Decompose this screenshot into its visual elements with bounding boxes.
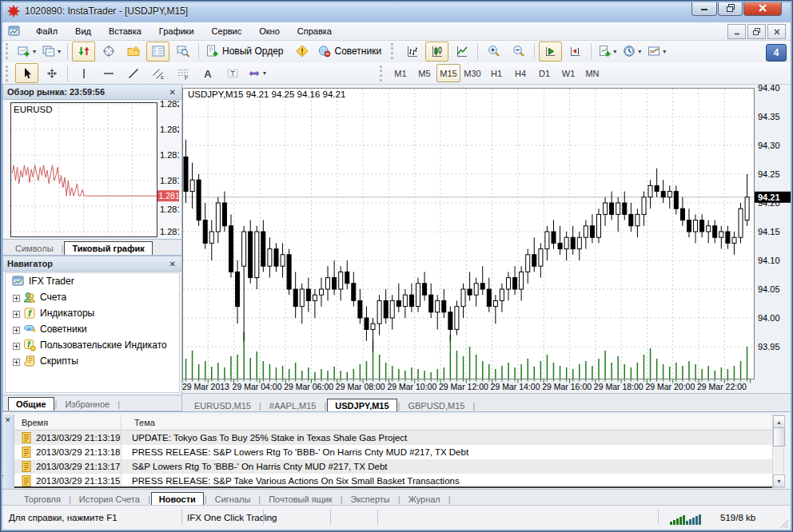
terminal-close-icon[interactable]: ✕ <box>5 416 11 424</box>
scroll-up-icon[interactable]: ▲ <box>773 415 785 428</box>
expand-plus-icon[interactable] <box>13 326 20 333</box>
expand-plus-icon[interactable] <box>13 310 20 317</box>
timeframe-mn-button[interactable]: MN <box>580 64 604 82</box>
news-row-2[interactable]: 2013/03/29 21:13:18PRESS RELEASE: S&P Lo… <box>14 445 772 459</box>
navigator-close-icon[interactable]: ✕ <box>168 260 177 268</box>
news-row-4[interactable]: 2013/03/29 21:13:15PRESS RELEASE: S&P Ta… <box>14 474 772 488</box>
dropdown-arrow-icon[interactable]: ▾ <box>58 48 61 55</box>
tree-item-4[interactable]: fПользовательские Индикато <box>6 337 179 353</box>
cursor-button[interactable] <box>15 63 38 83</box>
advisors-toggle-button[interactable]: Советники <box>316 42 388 62</box>
tree-item-5[interactable]: Скрипты <box>6 353 179 369</box>
chart-candles-button[interactable] <box>425 42 448 62</box>
mdi-close-button[interactable] <box>767 24 786 39</box>
arrows-button[interactable]: ▾ <box>245 63 269 83</box>
column-divider[interactable] <box>121 415 122 486</box>
timeframe-m1-button[interactable]: M1 <box>389 64 412 82</box>
close-button[interactable] <box>743 0 782 16</box>
dropdown-arrow-icon[interactable]: ▾ <box>33 48 36 55</box>
vertical-line-button[interactable] <box>72 63 95 83</box>
menu-item-5[interactable]: Сервис <box>203 24 251 38</box>
mw-tab-2[interactable]: Тиковый график <box>64 241 152 255</box>
menu-item-2[interactable]: Вид <box>66 24 100 38</box>
terminal-tab-6[interactable]: Эксперты <box>344 493 397 506</box>
strategy-tester-button[interactable] <box>171 42 194 62</box>
tree-item-root[interactable]: IFX Trader <box>6 273 179 289</box>
navigator-tab-2[interactable]: Избранное <box>58 398 117 411</box>
chart-tab-3[interactable]: USDJPY,M15 <box>327 399 396 412</box>
terminal-tab-1[interactable]: Торговля <box>17 493 68 506</box>
tree-item-3[interactable]: Советники <box>6 321 179 337</box>
new-order-button[interactable]: Новый Ордер <box>203 42 289 62</box>
resize-grip[interactable] <box>779 518 790 530</box>
chart-line-button[interactable] <box>450 42 473 62</box>
autoscroll-button[interactable] <box>539 42 562 62</box>
data-window-button[interactable] <box>97 42 120 62</box>
text-button[interactable]: A <box>196 63 219 83</box>
templates-button[interactable]: ▾ <box>645 42 668 62</box>
mdi-restore-button[interactable] <box>747 24 766 39</box>
menu-item-6[interactable]: Окно <box>250 24 289 38</box>
profiles-button[interactable]: ▾ <box>40 42 63 62</box>
zoom-out-button[interactable] <box>507 42 530 62</box>
market-watch-close-icon[interactable]: ✕ <box>168 88 177 97</box>
market-watch-button[interactable] <box>72 42 95 62</box>
dropdown-arrow-icon[interactable]: ▾ <box>638 48 641 55</box>
navigator-button[interactable] <box>122 42 145 62</box>
important-button[interactable] <box>291 42 314 62</box>
navigator-tab-1[interactable]: Общие <box>8 397 54 411</box>
mdi-minimize-button[interactable] <box>727 24 746 39</box>
terminal-tab-4[interactable]: Сигналы <box>208 493 258 506</box>
terminal-scrollbar[interactable]: ▲ ▼ <box>772 415 784 488</box>
tree-item-2[interactable]: fИндикаторы <box>6 305 179 321</box>
equidistant-channel-button[interactable]: E <box>146 63 169 83</box>
terminal-tab-7[interactable]: Журнал <box>401 493 448 506</box>
zoom-in-button[interactable] <box>482 42 505 62</box>
notifications-badge[interactable]: 4 <box>766 44 787 62</box>
scroll-down-icon[interactable]: ▼ <box>773 474 785 487</box>
terminal-button[interactable] <box>146 42 169 62</box>
expand-plus-icon[interactable] <box>13 342 20 349</box>
chart-shift-button[interactable] <box>564 42 587 62</box>
restore-button[interactable] <box>718 0 743 16</box>
crosshair-tool-button[interactable] <box>40 63 63 83</box>
expand-plus-icon[interactable] <box>13 294 20 301</box>
timeframe-m30-button[interactable]: M30 <box>460 64 484 82</box>
expand-plus-icon[interactable] <box>13 358 20 365</box>
minimize-button[interactable] <box>691 0 717 16</box>
terminal-tab-2[interactable]: История Счета <box>72 493 147 506</box>
menu-item-1[interactable]: Файл <box>27 24 66 38</box>
scrollbar-thumb[interactable] <box>773 427 785 447</box>
timeframe-m15-button[interactable]: M15 <box>436 64 460 82</box>
chart-tab-1[interactable]: EURUSD,M15 <box>187 399 258 412</box>
dropdown-arrow-icon[interactable]: ▾ <box>663 48 666 55</box>
chart-tab-2[interactable]: #AAPL,M15 <box>262 399 324 412</box>
periods-button[interactable]: ▾ <box>620 42 644 62</box>
chart-tab-4[interactable]: GBPUSD,M15 <box>400 399 472 412</box>
terminal-tab-3[interactable]: Новости <box>151 492 204 506</box>
mw-tab-1[interactable]: Символы <box>8 242 61 255</box>
timeframe-h1-button[interactable]: H1 <box>484 64 508 82</box>
menu-item-4[interactable]: Графики <box>150 24 203 38</box>
horizontal-line-button[interactable] <box>97 63 120 83</box>
chart-bars-button[interactable] <box>400 42 424 62</box>
news-row-1[interactable]: 2013/03/29 21:13:19UPDATE: Tokyo Gas To … <box>14 431 772 445</box>
terminal-tab-5[interactable]: Почтовый ящик <box>261 493 339 506</box>
trendline-button[interactable] <box>122 63 145 83</box>
tick-chart[interactable]: 1.28241.28211.28191.28171.28141.28121.28… <box>6 100 179 241</box>
dropdown-arrow-icon[interactable]: ▾ <box>613 48 616 55</box>
price-chart[interactable]: 94.4094.3594.3094.2594.2094.1594.1094.05… <box>182 84 793 393</box>
menu-item-3[interactable]: Вставка <box>100 24 150 38</box>
timeframe-d1-button[interactable]: D1 <box>532 64 556 82</box>
timeframe-m5-button[interactable]: M5 <box>412 64 436 82</box>
menu-item-7[interactable]: Справка <box>289 24 341 38</box>
timeframe-h4-button[interactable]: H4 <box>508 64 532 82</box>
fibonacci-button[interactable]: F <box>171 63 194 83</box>
dropdown-arrow-icon[interactable]: ▾ <box>263 69 266 77</box>
tree-item-1[interactable]: Счета <box>6 289 179 305</box>
news-row-3[interactable]: 2013/03/29 21:13:17S&P Lowers Rtg To 'BB… <box>14 459 772 474</box>
column-topic[interactable]: Тема <box>121 418 155 427</box>
new-chart-button[interactable]: ▾ <box>15 42 38 62</box>
column-time[interactable]: Время <box>14 418 121 427</box>
text-label-button[interactable]: T <box>221 63 244 83</box>
